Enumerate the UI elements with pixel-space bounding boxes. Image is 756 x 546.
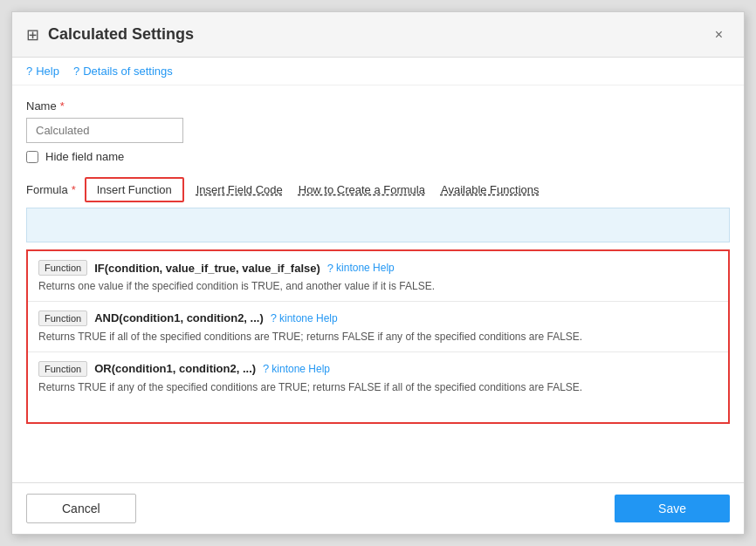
details-link[interactable]: ? Details of settings xyxy=(73,65,173,78)
formula-label: Formula * xyxy=(26,183,76,196)
functions-container: Function IF(condition, value_if_true, va… xyxy=(26,249,730,424)
modal-body: Name * Hide field name Formula * Insert … xyxy=(12,85,744,482)
function-help-label[interactable]: kintone Help xyxy=(271,363,330,375)
function-description: Returns one value if the specified condi… xyxy=(38,279,718,294)
hide-field-name-checkbox[interactable] xyxy=(26,151,38,163)
function-help-link[interactable]: ? kintone Help xyxy=(271,311,338,324)
function-question-icon: ? xyxy=(327,262,333,275)
function-description: Returns TRUE if any of the specified con… xyxy=(38,380,718,395)
how-to-create-button[interactable]: How to Create a Formula xyxy=(295,179,429,201)
function-item: Function IF(condition, value_if_true, va… xyxy=(28,251,728,302)
function-item-header: Function AND(condition1, condition2, ...… xyxy=(38,311,718,326)
function-help-label[interactable]: kintone Help xyxy=(336,262,395,274)
available-functions-button[interactable]: Available Functions xyxy=(437,179,543,201)
function-description: Returns TRUE if all of the specified con… xyxy=(38,330,718,345)
modal-footer: Cancel Save xyxy=(12,482,744,534)
hide-field-name-label: Hide field name xyxy=(45,150,124,163)
function-item-header: Function OR(condition1, condition2, ...)… xyxy=(38,361,718,377)
cancel-button[interactable]: Cancel xyxy=(26,494,136,523)
save-button[interactable]: Save xyxy=(615,495,730,522)
function-badge: Function xyxy=(38,311,87,326)
function-item: Function AND(condition1, condition2, ...… xyxy=(28,302,728,352)
insert-function-button[interactable]: Insert Function xyxy=(85,177,184,202)
function-badge: Function xyxy=(38,361,87,377)
function-item-header: Function IF(condition, value_if_true, va… xyxy=(38,260,718,276)
function-badge: Function xyxy=(38,260,87,276)
function-name: IF(condition, value_if_true, value_if_fa… xyxy=(94,262,320,275)
formula-editor[interactable] xyxy=(26,208,730,242)
calculated-settings-modal: ⊞ Calculated Settings × ? Help ? Details… xyxy=(11,11,745,535)
close-button[interactable]: × xyxy=(708,24,730,46)
function-help-link[interactable]: ? kintone Help xyxy=(327,262,395,275)
name-label: Name * xyxy=(26,99,730,113)
function-name: OR(condition1, condition2, ...) xyxy=(94,362,256,375)
modal-title: Calculated Settings xyxy=(48,25,699,44)
formula-required-star: * xyxy=(72,183,76,196)
function-help-link[interactable]: ? kintone Help xyxy=(263,362,330,375)
hide-field-name-row: Hide field name xyxy=(26,150,730,163)
details-icon: ? xyxy=(73,65,79,78)
function-help-label[interactable]: kintone Help xyxy=(279,312,338,324)
insert-field-code-button[interactable]: Insert Field Code xyxy=(193,179,286,201)
name-input[interactable] xyxy=(26,118,183,143)
required-star: * xyxy=(60,99,65,113)
grid-icon: ⊞ xyxy=(26,25,39,44)
help-link[interactable]: ? Help xyxy=(26,65,59,78)
modal-subheader: ? Help ? Details of settings xyxy=(12,58,744,85)
function-question-icon: ? xyxy=(271,311,277,324)
function-name: AND(condition1, condition2, ...) xyxy=(94,311,264,324)
modal-header: ⊞ Calculated Settings × xyxy=(12,12,744,58)
function-item: Function OR(condition1, condition2, ...)… xyxy=(28,352,728,402)
function-question-icon: ? xyxy=(263,362,269,375)
help-icon: ? xyxy=(26,65,32,78)
formula-row: Formula * Insert Function Insert Field C… xyxy=(26,177,730,202)
